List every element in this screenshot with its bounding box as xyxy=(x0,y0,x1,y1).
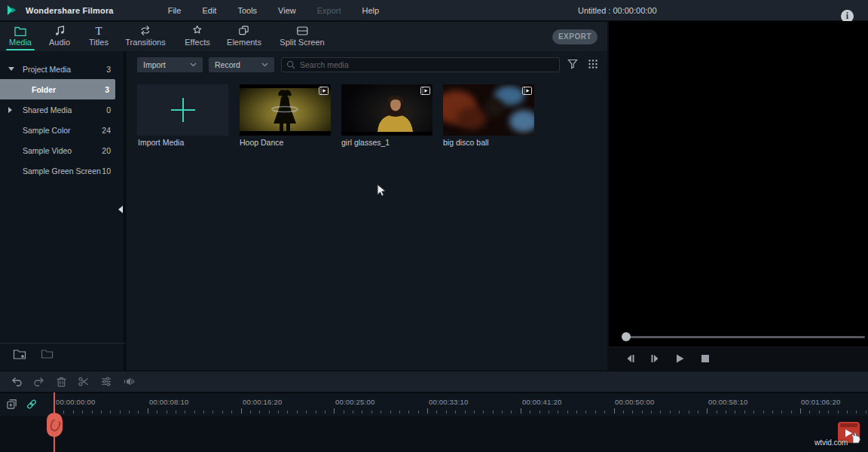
search-icon xyxy=(286,60,295,69)
transitions-icon xyxy=(139,25,151,36)
folder-icon[interactable] xyxy=(41,348,53,359)
sidebar-item-shared-media[interactable]: Shared Media 0 xyxy=(0,99,124,120)
redo-icon[interactable] xyxy=(33,376,45,387)
tab-audio[interactable]: Audio xyxy=(49,25,70,47)
tile-label: big disco ball xyxy=(443,138,489,147)
manage-tracks-icon[interactable] xyxy=(6,399,17,410)
text-icon: T xyxy=(95,25,102,36)
mixer-icon[interactable] xyxy=(100,376,112,387)
playhead-grip[interactable] xyxy=(47,413,63,437)
item-count: 20 xyxy=(102,146,111,155)
library-tab-bar: Media Audio T Titles Transitions Effects… xyxy=(0,22,607,51)
tab-elements[interactable]: Elements xyxy=(227,25,261,47)
delete-icon[interactable] xyxy=(56,376,67,387)
video-badge-icon xyxy=(319,87,329,95)
detach-audio-icon[interactable] xyxy=(123,376,136,387)
mouse-cursor-icon xyxy=(377,184,387,197)
item-count: 3 xyxy=(105,85,109,94)
timecode: 00:00:50:00 xyxy=(615,398,654,406)
menu-tools[interactable]: Tools xyxy=(227,0,267,21)
plus-icon xyxy=(171,98,195,122)
play-button[interactable] xyxy=(676,354,684,363)
undo-icon[interactable] xyxy=(11,376,23,387)
expand-arrow-icon[interactable] xyxy=(8,67,14,71)
item-count: 24 xyxy=(102,126,111,135)
tile-label: Hoop Dance xyxy=(240,138,283,147)
search-box[interactable] xyxy=(281,57,560,72)
timecode: 00:00:25:00 xyxy=(335,398,374,406)
import-dropdown[interactable]: Import xyxy=(137,57,203,72)
video-badge-icon xyxy=(420,87,430,95)
timeline-toolbar xyxy=(0,371,868,392)
filmora-window: Wondershare Filmora File Edit Tools View… xyxy=(0,0,868,452)
timeline-ruler[interactable]: 00:00:00:00 00:00:08:10 00:00:16:20 00:0… xyxy=(0,392,868,416)
grid-view-icon[interactable] xyxy=(588,59,598,69)
timecode: 00:00:00:00 xyxy=(56,398,95,406)
media-sidebar: Project Media 3 Folder 3 Shared Media 0 … xyxy=(0,51,125,371)
split-icon[interactable] xyxy=(78,376,90,387)
video-badge-icon xyxy=(522,87,532,95)
add-folder-icon[interactable] xyxy=(13,348,26,360)
timecode: 00:00:16:20 xyxy=(243,398,282,406)
menu-edit[interactable]: Edit xyxy=(191,0,227,21)
media-library-panel: Import Record Import Media xyxy=(127,51,607,371)
tab-transitions[interactable]: Transitions xyxy=(125,25,165,47)
timecode: 00:01:06:20 xyxy=(801,398,840,406)
filter-icon[interactable] xyxy=(567,59,578,69)
timecode: 00:00:41:20 xyxy=(522,398,561,406)
search-input[interactable] xyxy=(300,60,555,69)
menu-bar: Wondershare Filmora File Edit Tools View… xyxy=(0,0,868,21)
split-screen-icon xyxy=(296,25,308,36)
import-media-tile[interactable] xyxy=(137,84,228,136)
chevron-down-icon xyxy=(190,63,197,67)
sidebar-item-folder[interactable]: Folder 3 xyxy=(0,79,115,99)
sidebar-item-sample-video[interactable]: Sample Video 20 xyxy=(0,140,124,160)
chevron-down-icon xyxy=(261,63,268,67)
item-count: 10 xyxy=(102,166,111,176)
preview-panel xyxy=(609,21,868,369)
menu-help[interactable]: Help xyxy=(352,0,390,21)
app-title: Wondershare Filmora xyxy=(26,6,114,15)
video-thumbnail xyxy=(341,84,432,136)
record-dropdown[interactable]: Record xyxy=(209,57,274,72)
export-button[interactable]: EXPORT xyxy=(552,29,598,44)
timecode: 00:00:58:10 xyxy=(708,398,747,406)
elements-icon xyxy=(238,25,249,36)
hand-cursor-icon xyxy=(850,432,860,444)
media-clip-hoop-dance[interactable] xyxy=(240,84,331,136)
tab-split-screen[interactable]: Split Screen xyxy=(280,25,324,47)
sidebar-item-project-media[interactable]: Project Media 3 xyxy=(0,59,124,79)
tile-label: girl glasses_1 xyxy=(341,138,390,147)
tab-effects[interactable]: Effects xyxy=(185,25,209,47)
sidebar-item-sample-green-screen[interactable]: Sample Green Screen 10 xyxy=(0,160,124,181)
video-thumbnail xyxy=(240,84,331,136)
item-count: 0 xyxy=(106,105,111,115)
tab-media[interactable]: Media xyxy=(6,25,35,50)
filmora-logo-icon xyxy=(7,5,18,16)
item-count: 3 xyxy=(106,65,111,74)
sidebar-collapse-icon[interactable] xyxy=(118,206,123,213)
menu-view[interactable]: View xyxy=(267,0,307,21)
playback-controls xyxy=(609,347,868,369)
video-thumbnail xyxy=(443,84,534,136)
music-note-icon xyxy=(53,25,65,36)
next-frame-button[interactable] xyxy=(650,354,660,363)
menu-file[interactable]: File xyxy=(157,0,192,21)
watermark-text: wtvid.com xyxy=(815,438,848,447)
snap-icon[interactable] xyxy=(26,399,38,410)
stop-button[interactable] xyxy=(701,355,709,362)
media-clip-big-disco-ball[interactable] xyxy=(443,84,534,136)
seek-bar[interactable] xyxy=(624,336,865,338)
divider xyxy=(0,343,125,344)
tab-titles[interactable]: T Titles xyxy=(89,25,108,47)
tile-label: Import Media xyxy=(138,138,184,147)
sidebar-item-sample-color[interactable]: Sample Color 24 xyxy=(0,120,124,140)
previous-frame-button[interactable] xyxy=(625,354,635,363)
media-clip-girl-glasses[interactable] xyxy=(341,84,432,136)
menu-export: Export xyxy=(307,0,352,21)
collapse-arrow-icon[interactable] xyxy=(8,107,12,113)
timeline-tracks[interactable] xyxy=(0,416,868,452)
project-title: Untitled : 00:00:00:00 xyxy=(578,0,657,21)
timecode: 00:00:33:10 xyxy=(429,398,468,406)
seek-thumb[interactable] xyxy=(622,332,631,341)
